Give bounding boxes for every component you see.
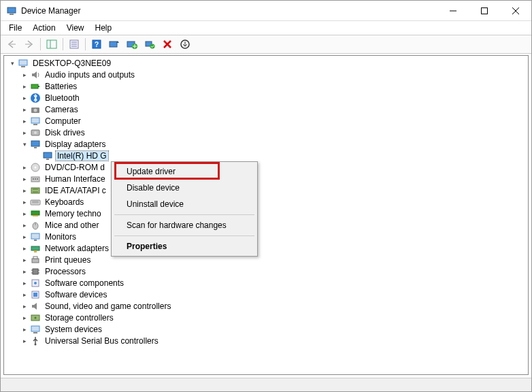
tree-network[interactable]: ▸Network adapters — [5, 242, 527, 254]
chevron-right-icon[interactable]: ▸ — [20, 233, 29, 241]
enable-button[interactable] — [177, 36, 193, 52]
uninstall-button[interactable] — [142, 36, 158, 52]
chevron-right-icon[interactable]: ▸ — [20, 163, 29, 172]
chevron-right-icon[interactable]: ▸ — [20, 314, 29, 322]
svg-rect-69 — [33, 332, 37, 333]
chevron-right-icon[interactable]: ▸ — [20, 186, 29, 195]
tree-keyboards[interactable]: ▸Keyboards — [5, 196, 527, 208]
context-uninstall-device[interactable]: Uninstall device — [113, 196, 256, 212]
tree-processors[interactable]: ▸Processors — [5, 265, 527, 277]
tree-audio[interactable]: ▸Audio inputs and outputs — [5, 69, 527, 80]
window-title: Device Manager — [21, 6, 437, 16]
chevron-right-icon[interactable]: ▸ — [20, 291, 29, 299]
svg-rect-31 — [31, 141, 39, 146]
chevron-right-icon[interactable]: ▸ — [20, 325, 29, 333]
toolbar: ? — [1, 35, 531, 54]
tree-display[interactable]: ▾Display adapters — [5, 138, 527, 150]
context-update-driver[interactable]: Update driver — [113, 163, 256, 180]
update-driver-button[interactable] — [124, 36, 140, 52]
chevron-right-icon[interactable]: ▸ — [20, 105, 29, 114]
context-scan-hardware[interactable]: Scan for hardware changes — [113, 217, 256, 233]
software-icon — [30, 289, 41, 300]
tree-display-child[interactable]: Intel(R) HD G — [5, 150, 527, 161]
svg-text:?: ? — [95, 41, 99, 48]
context-properties[interactable]: Properties — [113, 238, 256, 255]
tree-computer[interactable]: ▸Computer — [5, 115, 527, 127]
tree-label: Monitors — [44, 232, 78, 242]
tree-print[interactable]: ▸Print queues — [5, 254, 527, 265]
show-hide-tree-button[interactable] — [44, 36, 60, 52]
tree-label: IDE ATA/ATAPI c — [44, 186, 107, 195]
tree-monitors[interactable]: ▸Monitors — [5, 231, 527, 242]
svg-point-36 — [35, 166, 37, 168]
chevron-right-icon[interactable]: ▸ — [20, 221, 29, 229]
chevron-down-icon[interactable]: ▾ — [8, 59, 16, 67]
tree-label-selected: Intel(R) HD G — [56, 151, 108, 161]
tree-label: Software components — [44, 278, 125, 288]
tree-label: Sound, video and game controllers — [44, 301, 172, 311]
svg-rect-21 — [21, 66, 25, 67]
chevron-right-icon[interactable]: ▸ — [20, 94, 29, 102]
tree-root[interactable]: ▾ DESKTOP-Q3NEE09 — [5, 57, 527, 69]
context-disable-device[interactable]: Disable device — [113, 180, 256, 196]
chevron-right-icon[interactable]: ▸ — [20, 337, 29, 345]
tree-label: Human Interface — [44, 174, 107, 184]
system-icon — [30, 324, 41, 335]
tree-storage[interactable]: ▸Storage controllers — [5, 312, 527, 323]
tree-hid[interactable]: ▸Human Interface — [5, 173, 527, 184]
tree-memory[interactable]: ▸Memory techno — [5, 208, 527, 219]
chevron-right-icon[interactable]: ▸ — [20, 129, 29, 137]
context-menu: Update driver Disable device Uninstall d… — [111, 161, 258, 257]
chevron-right-icon[interactable]: ▸ — [20, 82, 29, 91]
tree-sound[interactable]: ▸Sound, video and game controllers — [5, 300, 527, 312]
audio-icon — [30, 69, 41, 80]
tree-root-label: DESKTOP-Q3NEE09 — [31, 59, 112, 68]
svg-rect-56 — [33, 257, 37, 259]
close-button[interactable] — [500, 1, 531, 21]
menu-help[interactable]: Help — [90, 22, 118, 34]
cpu-icon — [30, 266, 41, 277]
chevron-right-icon[interactable]: ▸ — [20, 210, 29, 218]
chevron-right-icon[interactable]: ▸ — [20, 256, 29, 264]
forward-button — [21, 36, 37, 52]
menu-view[interactable]: View — [61, 22, 90, 34]
chevron-right-icon[interactable]: ▸ — [20, 244, 29, 252]
tree-mice[interactable]: ▸Mice and other — [5, 219, 527, 231]
tree-cameras[interactable]: ▸Cameras — [5, 103, 527, 115]
status-bar — [1, 378, 531, 391]
tree-dvd[interactable]: ▸DVD/CD-ROM d — [5, 161, 527, 173]
properties-button[interactable] — [66, 36, 82, 52]
tree-bluetooth[interactable]: ▸Bluetooth — [5, 92, 527, 103]
scan-hardware-button[interactable] — [106, 36, 122, 52]
tree-label: Software devices — [44, 290, 108, 299]
maximize-button[interactable] — [469, 1, 500, 21]
chevron-down-icon[interactable]: ▾ — [20, 140, 29, 148]
help-button[interactable]: ? — [88, 36, 105, 52]
disable-button[interactable] — [159, 36, 176, 52]
tree-swdev[interactable]: ▸Software devices — [5, 289, 527, 300]
chevron-right-icon[interactable]: ▸ — [20, 175, 29, 183]
chevron-right-icon[interactable]: ▸ — [20, 117, 29, 125]
svg-rect-55 — [32, 259, 39, 263]
tree-system[interactable]: ▸System devices — [5, 323, 527, 335]
tree-ide[interactable]: ▸IDE ATA/ATAPI c — [5, 184, 527, 196]
chevron-right-icon[interactable]: ▸ — [20, 279, 29, 287]
tree-usb[interactable]: ▸Universal Serial Bus controllers — [5, 335, 527, 346]
app-icon — [6, 5, 17, 16]
tree-swcomp[interactable]: ▸Software components — [5, 277, 527, 289]
tree-disk[interactable]: ▸Disk drives — [5, 127, 527, 138]
tree-label: DVD/CD-ROM d — [44, 163, 106, 172]
chevron-right-icon[interactable]: ▸ — [20, 71, 29, 79]
menu-file[interactable]: File — [3, 22, 27, 34]
device-tree[interactable]: ▾ DESKTOP-Q3NEE09 ▸Audio inputs and outp… — [3, 55, 529, 375]
chevron-right-icon[interactable]: ▸ — [20, 302, 29, 310]
chevron-right-icon[interactable]: ▸ — [20, 198, 29, 206]
tree-label: Batteries — [44, 82, 78, 91]
separator — [114, 235, 254, 236]
tree-batteries[interactable]: ▸Batteries — [5, 80, 527, 92]
tree-label: Storage controllers — [44, 313, 115, 323]
chevron-right-icon[interactable]: ▸ — [20, 267, 29, 276]
bluetooth-icon — [30, 93, 41, 103]
minimize-button[interactable] — [437, 1, 469, 21]
menu-action[interactable]: Action — [27, 22, 61, 34]
